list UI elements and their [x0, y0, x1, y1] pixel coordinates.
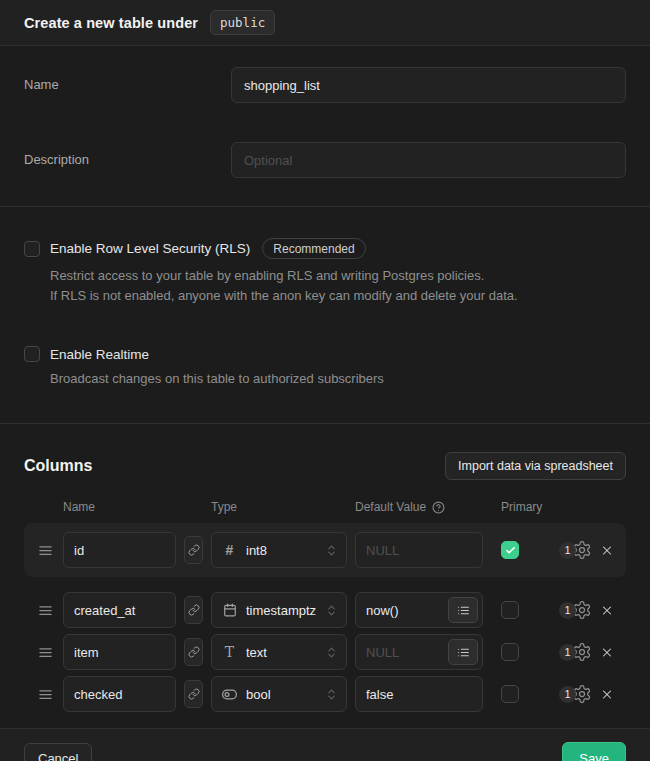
link-icon	[188, 688, 200, 700]
default-picker-button[interactable]	[448, 597, 478, 623]
name-field-row: Name shopping_list	[24, 67, 626, 103]
rls-checkbox[interactable]	[24, 241, 40, 257]
import-spreadsheet-button[interactable]: Import data via spreadsheet	[445, 452, 626, 480]
column-row-created-at: created_at timestamptz now()	[24, 592, 626, 628]
cancel-button[interactable]: Cancel	[24, 743, 92, 761]
table-name-input[interactable]: shopping_list	[231, 67, 626, 103]
schema-badge: public	[210, 10, 275, 35]
save-button[interactable]: Save	[562, 742, 626, 761]
list-icon	[457, 646, 470, 659]
drag-handle-icon[interactable]	[36, 603, 55, 618]
columns-title: Columns	[24, 457, 92, 475]
dialog-title: Create a new table under	[24, 15, 198, 31]
check-icon	[505, 545, 516, 556]
rls-description: Restrict access to your table by enablin…	[50, 266, 626, 306]
link-icon	[188, 646, 200, 658]
default-value-input[interactable]: NULL	[355, 532, 483, 568]
columns-section: Columns Import data via spreadsheet Name…	[0, 424, 650, 728]
link-icon	[188, 604, 200, 616]
create-table-dialog: Create a new table under public Name sho…	[0, 0, 650, 761]
foreign-key-link-button[interactable]	[184, 596, 203, 624]
chevron-updown-icon	[325, 544, 338, 557]
rls-head: Enable Row Level Security (RLS) Recommen…	[24, 238, 626, 259]
column-settings-button[interactable]: 1	[559, 684, 592, 704]
column-name-input[interactable]: item	[63, 634, 176, 670]
remove-column-button[interactable]	[600, 543, 614, 558]
text-icon: T	[222, 644, 237, 660]
column-row-id: id # int8 NULL 1	[24, 523, 626, 577]
column-row-item: item T text NULL 1	[24, 634, 626, 670]
primary-checkbox[interactable]	[501, 685, 519, 703]
realtime-checkbox[interactable]	[24, 346, 40, 362]
recommended-badge: Recommended	[262, 238, 365, 259]
foreign-key-link-button[interactable]	[184, 638, 203, 666]
chevron-updown-icon	[325, 688, 338, 701]
primary-checkbox[interactable]	[501, 601, 519, 619]
default-value-input[interactable]: NULL	[355, 634, 483, 670]
realtime-block: Enable Realtime Broadcast changes on thi…	[24, 346, 626, 389]
column-settings-button[interactable]: 1	[559, 642, 592, 662]
column-settings-button[interactable]: 1	[559, 540, 592, 560]
default-picker-button[interactable]	[448, 639, 478, 665]
column-name-input[interactable]: id	[63, 532, 176, 568]
close-icon	[600, 543, 614, 558]
remove-column-button[interactable]	[600, 645, 614, 660]
foreign-key-link-button[interactable]	[184, 680, 203, 708]
primary-checkbox[interactable]	[501, 541, 519, 559]
column-type-select[interactable]: T text	[211, 634, 347, 670]
header-name: Name	[63, 500, 176, 514]
realtime-head: Enable Realtime	[24, 346, 626, 362]
toggle-icon	[222, 687, 237, 702]
settings-count-badge: 1	[559, 602, 576, 619]
table-description-input[interactable]: Optional	[231, 142, 626, 178]
header-primary: Primary	[501, 500, 551, 514]
close-icon	[600, 603, 614, 618]
description-placeholder: Optional	[244, 153, 292, 168]
hash-icon: #	[222, 542, 237, 558]
column-type-select[interactable]: # int8	[211, 532, 347, 568]
column-row-checked: checked bool false	[24, 676, 626, 712]
default-value-input[interactable]: false	[355, 676, 483, 712]
default-value-input[interactable]: now()	[355, 592, 483, 628]
chevron-updown-icon	[325, 646, 338, 659]
column-table-headers: Name Type Default Value Primary	[24, 500, 626, 514]
close-icon	[600, 645, 614, 660]
dialog-header: Create a new table under public	[0, 0, 650, 46]
settings-count-badge: 1	[559, 686, 576, 703]
description-field-row: Description Optional	[24, 142, 626, 178]
link-icon	[188, 544, 200, 556]
remove-column-button[interactable]	[600, 603, 614, 618]
default-value-text: now()	[366, 603, 444, 618]
close-icon	[600, 687, 614, 702]
drag-handle-icon[interactable]	[36, 645, 55, 660]
header-type: Type	[211, 500, 347, 514]
column-type-select[interactable]: timestamptz	[211, 592, 347, 628]
realtime-description: Broadcast changes on this table to autho…	[50, 369, 626, 389]
default-value-text: NULL	[366, 543, 478, 558]
name-label: Name	[24, 67, 231, 92]
drag-handle-icon[interactable]	[36, 687, 55, 702]
columns-header: Columns Import data via spreadsheet	[24, 452, 626, 480]
rls-description-line1: Restrict access to your table by enablin…	[50, 266, 626, 286]
chevron-updown-icon	[325, 604, 338, 617]
table-info-section: Name shopping_list Description Optional	[0, 46, 650, 207]
dialog-footer: Cancel Save	[0, 728, 650, 761]
foreign-key-link-button[interactable]	[184, 536, 203, 564]
help-circle-icon[interactable]	[432, 501, 445, 514]
primary-checkbox[interactable]	[501, 643, 519, 661]
default-value-text: false	[366, 687, 478, 702]
remove-column-button[interactable]	[600, 687, 614, 702]
column-name-input[interactable]: created_at	[63, 592, 176, 628]
settings-count-badge: 1	[559, 644, 576, 661]
header-default-value: Default Value	[355, 500, 426, 514]
realtime-label: Enable Realtime	[50, 347, 149, 362]
column-type-select[interactable]: bool	[211, 676, 347, 712]
rls-label: Enable Row Level Security (RLS)	[50, 241, 250, 256]
rls-block: Enable Row Level Security (RLS) Recommen…	[24, 238, 626, 306]
column-name-input[interactable]: checked	[63, 676, 176, 712]
drag-handle-icon[interactable]	[36, 543, 55, 558]
rls-description-line2: If RLS is not enabled, anyone with the a…	[50, 286, 626, 306]
description-label: Description	[24, 142, 231, 167]
column-settings-button[interactable]: 1	[559, 600, 592, 620]
table-name-value: shopping_list	[244, 78, 320, 93]
